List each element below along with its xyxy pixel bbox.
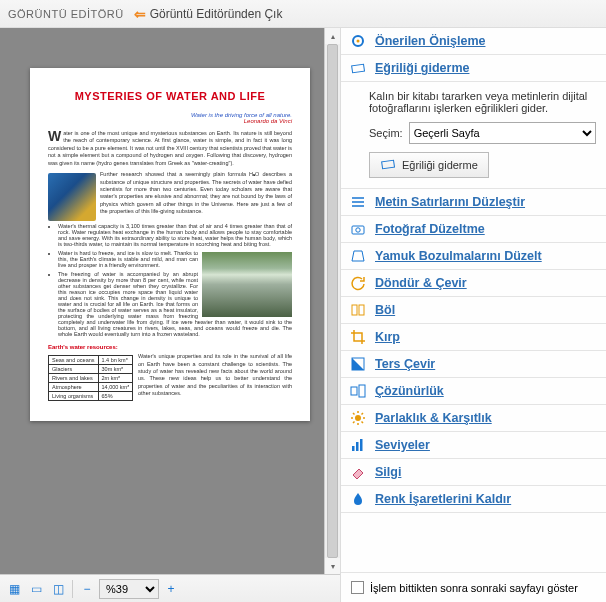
doc-bullets: Water's thermal capacity is 3,100 times … [48, 223, 292, 337]
camera-icon [349, 220, 367, 238]
svg-rect-9 [351, 387, 357, 395]
arrow-left-icon: ⇐ [134, 6, 146, 22]
fit-width-icon[interactable]: ▭ [26, 579, 46, 599]
trapezoid-icon [349, 247, 367, 265]
app-title: GÖRÜNTÜ EDİTÖRÜ [8, 8, 124, 20]
tool-deskew[interactable]: Eğriliği giderme [341, 55, 606, 82]
brightness-icon [349, 409, 367, 427]
zoom-out-button[interactable]: − [77, 579, 97, 599]
fit-page-icon[interactable]: ▦ [4, 579, 24, 599]
rotate-icon [349, 274, 367, 292]
show-next-page-checkbox[interactable] [351, 581, 364, 594]
svg-rect-3 [382, 160, 395, 169]
svg-rect-10 [359, 385, 365, 397]
svg-point-11 [355, 415, 361, 421]
svg-rect-2 [352, 64, 365, 73]
svg-rect-4 [352, 226, 364, 234]
show-next-page-label: İşlem bittikten sonra sonraki sayfayı gö… [370, 582, 578, 594]
selection-label: Seçim: [369, 127, 403, 139]
tool-split[interactable]: Böl [341, 297, 606, 324]
selection-dropdown[interactable]: Geçerli Sayfa [409, 122, 596, 144]
vertical-scrollbar[interactable]: ▴ ▾ [324, 28, 340, 574]
scroll-down-arrow[interactable]: ▾ [325, 558, 340, 574]
eraser-icon [349, 463, 367, 481]
levels-icon [349, 436, 367, 454]
scroll-thumb[interactable] [327, 44, 338, 558]
straighten-lines-icon [349, 193, 367, 211]
facing-pages-icon[interactable]: ◫ [48, 579, 68, 599]
tool-crop[interactable]: Kırp [341, 324, 606, 351]
zoom-in-button[interactable]: + [161, 579, 181, 599]
svg-point-1 [357, 40, 360, 43]
doc-quote: Water is the driving force of all nature… [48, 112, 292, 124]
svg-rect-13 [356, 442, 359, 451]
bottom-toolbar: ▦ ▭ ◫ − %39 + [0, 574, 340, 602]
zoom-select[interactable]: %39 [99, 579, 159, 599]
svg-rect-14 [360, 439, 363, 451]
exit-image-editor-button[interactable]: ⇐ Görüntü Editöründen Çık [134, 6, 283, 22]
svg-rect-7 [359, 305, 364, 315]
tool-recommended-preprocessing[interactable]: Önerilen Önişleme [341, 28, 606, 55]
invert-icon [349, 355, 367, 373]
tool-brightness-contrast[interactable]: Parlaklık & Karşıtlık [341, 405, 606, 432]
crop-icon [349, 328, 367, 346]
deskew-icon [380, 156, 396, 174]
tool-eraser[interactable]: Silgi [341, 459, 606, 486]
panel-footer: İşlem bittikten sonra sonraki sayfayı gö… [341, 572, 606, 602]
exit-label: Görüntü Editöründen Çık [150, 7, 283, 21]
tool-straighten-lines[interactable]: Metin Satırlarını Düzleştir [341, 189, 606, 216]
document-preview: MYSTERIES OF WATER AND LIFE Water is the… [30, 68, 310, 421]
split-icon [349, 301, 367, 319]
deskew-panel: Kalın bir kitabı tararken veya metinleri… [341, 82, 606, 189]
resolution-icon [349, 382, 367, 400]
deskew-description: Kalın bir kitabı tararken veya metinleri… [369, 90, 596, 114]
svg-rect-12 [352, 446, 355, 451]
doc-title: MYSTERIES OF WATER AND LIFE [48, 90, 292, 102]
tool-rotate-flip[interactable]: Döndür & Çevir [341, 270, 606, 297]
doc-section-heading: Earth's water resources: [48, 344, 292, 350]
tool-invert[interactable]: Ters Çevir [341, 351, 606, 378]
top-bar: GÖRÜNTÜ EDİTÖRÜ ⇐ Görüntü Editöründen Çı… [0, 0, 606, 28]
tool-remove-color-marks[interactable]: Renk İşaretlerini Kaldır [341, 486, 606, 513]
tools-panel: Önerilen Önişleme Eğriliği giderme Kalın… [340, 28, 606, 602]
scroll-up-arrow[interactable]: ▴ [325, 28, 340, 44]
doc-para-1: Water is one of the most unique and myst… [48, 130, 292, 167]
doc-table: Seas and oceans1.4 bn km³ Glaciers30m km… [48, 355, 133, 401]
tool-correct-trapezoid[interactable]: Yamuk Bozulmalarını Düzelt [341, 243, 606, 270]
svg-rect-6 [352, 305, 357, 315]
deskew-icon [349, 59, 367, 77]
svg-point-5 [356, 228, 360, 232]
apply-deskew-button[interactable]: Eğriliği giderme [369, 152, 489, 178]
doc-image-orange [48, 173, 96, 221]
doc-image-waterfall [202, 252, 292, 317]
tool-resolution[interactable]: Çözünürlük [341, 378, 606, 405]
tool-photo-correction[interactable]: Fotoğraf Düzeltme [341, 216, 606, 243]
gear-sparkle-icon [349, 32, 367, 50]
ink-drop-icon [349, 490, 367, 508]
tool-levels[interactable]: Seviyeler [341, 432, 606, 459]
preview-pane: ▴ ▾ MYSTERIES OF WATER AND LIFE Water is… [0, 28, 340, 602]
